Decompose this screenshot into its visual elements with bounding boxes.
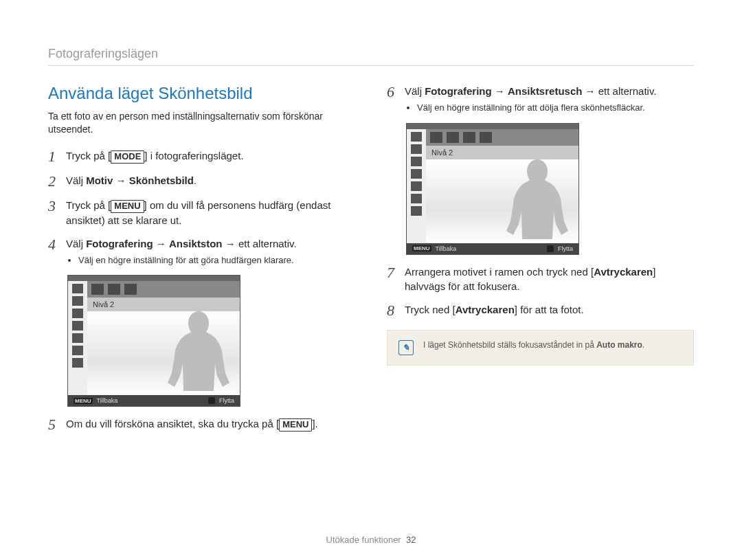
text: Tryck på [ [66,150,111,161]
step-3: 3 Tryck på [MENU] om du vill få personen… [48,198,355,228]
camera-screenshot-retouch: Nivå 2 MENU Tillbaka Flytta [406,123,579,255]
step-4: 4 Välj Fotografering → Ansiktston → ett … [48,236,355,267]
option-icon [463,132,475,143]
steps-list-left-cont: 5 Om du vill försköna ansiktet, ska du t… [48,416,355,433]
dpad-icon [208,397,215,404]
option-icon [430,132,442,143]
bold: Ansiktsretusch [508,85,582,97]
text: → ett alternativ. [582,85,656,97]
arrow-icon: → [156,238,166,249]
ss-selected-row: Nivå 2 [407,146,578,159]
page-footer: Utökade funktioner 32 [0,535,742,545]
note-text: I läget Skönhetsbild ställs fokusavstånd… [423,340,644,350]
ss-side-icons [407,129,426,243]
steps-list-right: 6 Välj Fotografering → Ansiktsretusch → … [387,84,694,115]
step-6: 6 Välj Fotografering → Ansiktsretusch → … [387,84,694,115]
ss-footer: MENU Tillbaka Flytta [68,395,240,406]
footer-menu-icon: MENU [74,398,93,404]
text: Arrangera motivet i ramen och tryck ned … [405,266,594,278]
person-silhouette-icon [504,159,570,243]
step-number: 8 [387,302,405,319]
text: Välj [405,85,425,97]
step-number: 2 [48,173,66,190]
section-header: Fotograferingslägen [48,47,694,66]
side-icon [72,284,83,293]
step-text: Tryck ned [Avtryckaren] för att ta fotot… [405,302,584,317]
text: Tryck på [ [66,199,111,211]
text: I läget Skönhetsbild ställs fokusavstånd… [423,340,596,350]
manual-page: Fotograferingslägen Använda läget Skönhe… [0,0,742,560]
option-icon [447,132,459,143]
bold: Auto makro [596,340,642,350]
side-icon [72,321,83,331]
bold: Skönhetsbild [129,175,194,186]
text: → ett alternativ. [223,238,297,249]
step-text: Välj Fotografering → Ansiktsretusch → et… [405,84,657,115]
step-number: 1 [48,148,66,165]
step-text: Välj Fotografering → Ansiktston → ett al… [66,236,297,267]
note-icon: ✎ [398,340,414,355]
level-label: Nivå 2 [93,300,114,309]
page-number: 32 [406,535,416,545]
option-icon [108,284,120,295]
footer-label: Utökade funktioner [326,535,401,545]
ss-option-row [68,281,240,298]
info-note: ✎ I läget Skönhetsbild ställs fokusavstå… [387,330,694,366]
footer-back-label: Tillbaka [436,245,457,252]
side-icon [411,144,422,154]
sub-bullet: Välj en högre inställning för att dölja … [413,102,657,115]
menu-key: MENU [279,418,312,432]
step-text: Tryck på [MENU] om du vill få personens … [66,198,355,228]
side-icon [411,206,422,216]
step-number: 4 [48,236,66,253]
right-column: 6 Välj Fotografering → Ansiktsretusch → … [387,84,694,442]
text: ] för att ta fotot. [515,304,584,315]
footer-back-label: Tillbaka [97,397,118,404]
side-icon [411,181,422,191]
text: Välj [66,238,86,249]
person-silhouette-icon [166,311,232,395]
two-column-layout: Använda läget Skönhetsbild Ta ett foto a… [48,84,694,442]
bold: Ansiktston [169,238,223,249]
footer-move-label: Flytta [219,397,234,404]
dpad-icon [547,245,554,252]
option-icon [124,284,137,295]
steps-list-left: 1 Tryck på [MODE] i fotograferingsläget.… [48,148,355,267]
side-icon [72,333,83,343]
step-text: Arrangera motivet i ramen och tryck ned … [405,265,694,295]
side-icon [411,157,422,166]
camera-screenshot-facetone: Nivå 2 MENU Tillbaka Flytta [67,275,240,407]
sub-bullet: Välj en högre inställning för att göra h… [74,254,297,267]
steps-list-right-cont: 7 Arrangera motivet i ramen och tryck ne… [387,265,694,320]
step-8: 8 Tryck ned [Avtryckaren] för att ta fot… [387,302,694,319]
step-1: 1 Tryck på [MODE] i fotograferingsläget. [48,148,355,165]
side-icon [411,132,422,142]
option-icon [480,132,492,143]
text: Välj en högre inställning för att dölja … [417,102,657,115]
ss-topband [68,276,240,281]
text: ] i fotograferingsläget. [144,150,243,161]
side-icon [72,346,83,355]
text: . [642,340,644,350]
left-column: Använda läget Skönhetsbild Ta ett foto a… [48,84,355,442]
bold: Fotografering [86,238,153,249]
bold: Fotografering [425,85,492,97]
side-icon [411,169,422,179]
bold: Avtryckaren [456,304,515,315]
ss-option-row [407,129,578,146]
step-number: 3 [48,198,66,214]
side-icon [72,296,83,306]
ss-topband [407,124,578,129]
text: Om du vill försköna ansiktet, ska du try… [66,418,279,429]
step-text: Om du vill försköna ansiktet, ska du try… [66,416,318,432]
ss-footer: MENU Tillbaka Flytta [407,243,578,254]
step-number: 5 [48,416,66,433]
arrow-icon: → [495,85,505,97]
bold: Avtryckaren [594,266,653,278]
step-7: 7 Arrangera motivet i ramen och tryck ne… [387,265,694,295]
text: Välj [66,175,86,186]
step-2: 2 Välj Motiv → Skönhetsbild. [48,173,355,190]
step-number: 6 [387,84,405,100]
option-icon [91,284,104,295]
text: ]. [312,418,317,429]
